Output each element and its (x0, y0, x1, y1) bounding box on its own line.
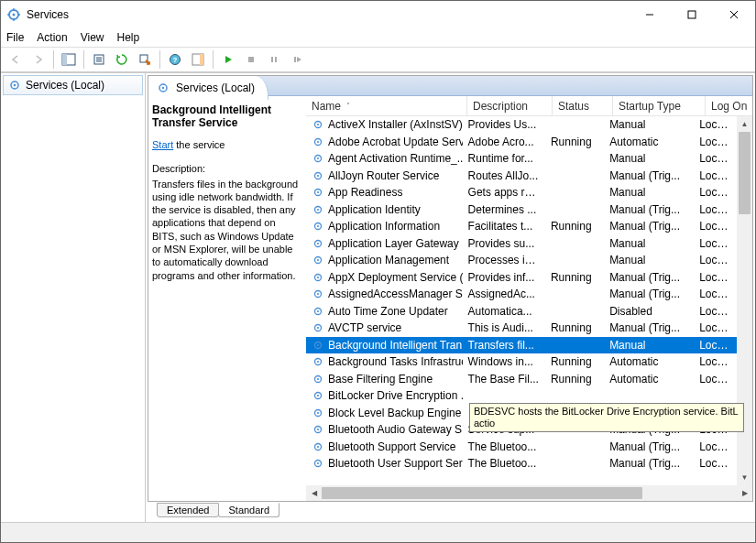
description-label: Description: (152, 162, 299, 175)
service-row[interactable]: Background Tasks Infrastruc...Windows in… (306, 353, 737, 371)
tab-extended[interactable]: Extended (157, 503, 219, 517)
scroll-down-icon[interactable]: ▼ (737, 470, 752, 485)
start-service-button[interactable] (217, 49, 239, 70)
cell-log-on: Local Sy (694, 355, 737, 368)
horizontal-scrollbar[interactable]: ◀ ▶ (306, 485, 752, 501)
column-startup-type[interactable]: Startup Type (613, 96, 706, 115)
cell-startup-type: Manual (Trig... (604, 288, 694, 300)
svg-point-26 (14, 84, 16, 86)
console-tree[interactable]: Services (Local) (1, 73, 146, 522)
pause-service-button (263, 49, 285, 70)
help-button[interactable]: ? (164, 49, 186, 70)
service-row[interactable]: Application IdentityDetermines ...Manual… (306, 201, 737, 219)
scroll-right-icon[interactable]: ▶ (737, 485, 752, 501)
service-row[interactable]: App ReadinessGets apps re...ManualLocal … (306, 184, 737, 201)
service-row[interactable]: AssignedAccessManager Se...AssignedAc...… (306, 286, 737, 303)
service-row[interactable]: Bluetooth Support ServiceThe Bluetoo...M… (306, 439, 737, 456)
cell-description: Windows in... (463, 355, 545, 368)
cell-startup-type: Automatic (604, 136, 694, 148)
titlebar[interactable]: Services (1, 1, 755, 28)
service-row[interactable]: ActiveX Installer (AxInstSV)Provides Us.… (306, 116, 737, 134)
cell-startup-type: Manual (Trig... (604, 440, 694, 453)
cell-name: Background Intelligent Tran... (306, 339, 463, 352)
service-row[interactable]: BitLocker Drive Encryption ... (306, 387, 737, 405)
maximize-button[interactable] (671, 1, 713, 28)
service-row[interactable]: Application ManagementProcesses in...Man… (306, 252, 737, 269)
cell-name: Adobe Acrobat Update Serv... (306, 136, 463, 148)
cell-log-on: Local Se (694, 305, 737, 318)
cell-status: Running (545, 136, 604, 148)
cell-status: Running (545, 220, 604, 233)
menu-view[interactable]: View (81, 31, 104, 44)
start-service-suffix: the service (173, 139, 225, 150)
cell-status: Running (545, 373, 604, 386)
cell-log-on: Local Sy (694, 186, 737, 199)
start-service-link[interactable]: Start (152, 139, 173, 150)
minimize-button[interactable] (629, 1, 671, 28)
menu-help[interactable]: Help (117, 31, 140, 44)
cell-log-on: Local Se (694, 440, 737, 453)
scroll-up-icon[interactable]: ▲ (737, 116, 752, 132)
cell-log-on: Local Se (694, 237, 737, 250)
scroll-thumb[interactable] (739, 132, 751, 214)
show-hide-tree-button[interactable] (58, 49, 80, 70)
content-header: Services (Local) (148, 76, 752, 96)
scroll-thumb-h[interactable] (322, 487, 642, 499)
cell-description: Provides su... (463, 237, 545, 250)
svg-point-48 (317, 277, 319, 278)
service-list: Name˄ Description Status Startup Type Lo… (306, 96, 752, 501)
menu-file[interactable]: File (6, 31, 24, 44)
svg-point-36 (317, 175, 319, 177)
cell-description: Automatica... (463, 305, 545, 318)
service-row[interactable]: Application InformationFacilitates t...R… (306, 218, 737, 235)
refresh-button[interactable] (111, 49, 133, 70)
service-row[interactable]: Auto Time Zone UpdaterAutomatica...Disab… (306, 303, 737, 320)
service-row[interactable]: AppX Deployment Service (...Provides inf… (306, 269, 737, 287)
scroll-left-icon[interactable]: ◀ (306, 485, 322, 501)
cell-startup-type: Manual (604, 152, 694, 165)
properties-button[interactable] (88, 49, 110, 70)
service-row[interactable]: Background Intelligent Tran...Transfers … (306, 337, 737, 354)
cell-status: Running (545, 321, 604, 334)
services-icon (6, 7, 21, 22)
cell-name: Application Identity (306, 203, 463, 216)
close-button[interactable] (713, 1, 755, 28)
svg-point-64 (317, 412, 319, 414)
svg-point-1 (13, 14, 16, 16)
service-row[interactable]: Adobe Acrobat Update Serv...Adobe Acro..… (306, 134, 737, 151)
service-row[interactable]: Base Filtering EngineThe Base Fil...Runn… (306, 371, 737, 388)
service-row[interactable]: AVCTP serviceThis is Audi...RunningManua… (306, 320, 737, 337)
tab-standard[interactable]: Standard (218, 503, 279, 517)
service-row[interactable]: Agent Activation Runtime_...Runtime for.… (306, 150, 737, 168)
svg-point-68 (317, 446, 319, 448)
cell-name: AVCTP service (306, 321, 463, 334)
cell-log-on: Local Se (694, 321, 737, 334)
cell-log-on: Local Sy (694, 288, 737, 300)
column-log-on[interactable]: Log On (706, 96, 750, 115)
cell-log-on: Local Sy (694, 457, 737, 470)
tree-root-item[interactable]: Services (Local) (3, 75, 143, 95)
column-status[interactable]: Status (553, 96, 613, 115)
service-row[interactable]: Application Layer Gateway ...Provides su… (306, 235, 737, 253)
cell-startup-type: Manual (Trig... (604, 321, 694, 334)
cell-description: AssignedAc... (463, 288, 545, 300)
services-icon (156, 81, 170, 95)
restart-service-button (286, 49, 308, 70)
column-description[interactable]: Description (467, 96, 553, 115)
column-name[interactable]: Name˄ (306, 96, 467, 115)
service-row[interactable]: AllJoyn Router ServiceRoutes AllJo...Man… (306, 168, 737, 185)
cell-description: Runtime for... (463, 152, 545, 165)
service-row[interactable]: Bluetooth User Support Ser...The Bluetoo… (306, 455, 737, 472)
svg-point-44 (317, 243, 319, 244)
svg-rect-20 (200, 54, 203, 65)
cell-startup-type: Manual (604, 339, 694, 352)
svg-point-56 (317, 344, 319, 346)
svg-point-58 (317, 361, 319, 363)
cell-startup-type: Manual (Trig... (604, 169, 694, 182)
action-pane-button[interactable] (187, 49, 209, 70)
menu-action[interactable]: Action (37, 31, 67, 44)
export-list-button[interactable] (134, 49, 156, 70)
svg-rect-23 (275, 57, 277, 62)
cell-name: Auto Time Zone Updater (306, 305, 463, 318)
statusbar (1, 522, 755, 542)
